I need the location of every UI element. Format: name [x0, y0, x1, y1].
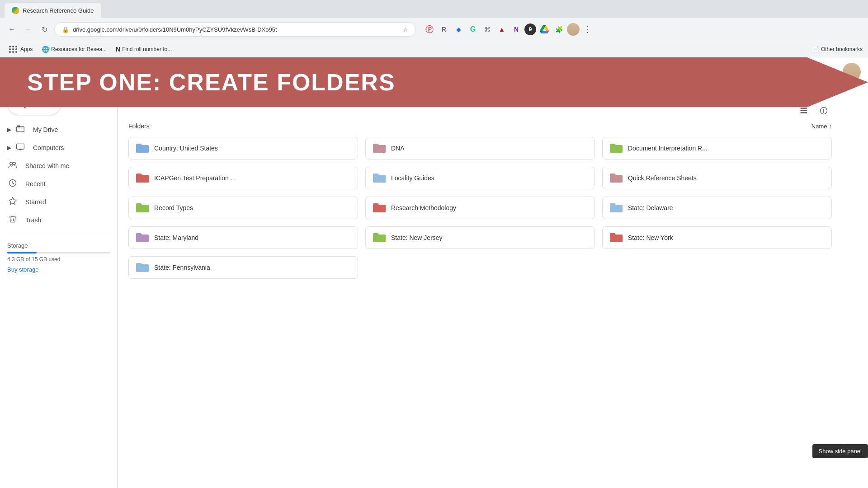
folder-name-dna: DNA — [391, 145, 405, 152]
ext-icon-3[interactable]: ◆ — [452, 23, 465, 36]
side-panel-tooltip: Show side panel — [812, 444, 868, 458]
ext-icon-6[interactable]: ▲ — [495, 23, 508, 36]
ext-icon-5[interactable]: ⌘ — [481, 23, 494, 36]
starred-icon — [7, 197, 18, 208]
svg-rect-9 — [17, 127, 24, 132]
sort-control[interactable]: Name ↑ — [811, 123, 832, 130]
sidebar-divider — [7, 233, 110, 233]
folder-card-document-interp[interactable]: Document Interpretation R... — [602, 137, 832, 160]
forward-button[interactable]: → — [22, 23, 34, 36]
extensions-area: Ⓟ R ◆ G ⌘ ▲ N 9 🧩 ⋮ — [423, 23, 594, 36]
ext-icon-8[interactable]: 9 — [524, 23, 536, 35]
folder-name-state-new-jersey: State: New Jersey — [391, 234, 443, 241]
folder-card-country-us[interactable]: Country: United States — [128, 137, 358, 160]
menu-icon[interactable]: ⋮ — [581, 23, 594, 36]
folder-card-research-methodology[interactable]: Research Methodology — [365, 197, 595, 219]
sidebar-item-computers-label: Computers — [33, 144, 64, 151]
pinterest-ext-icon[interactable]: Ⓟ — [423, 23, 436, 36]
apps-label: Apps — [20, 46, 33, 52]
svg-point-13 — [13, 162, 15, 164]
drive-ext-icon[interactable] — [538, 23, 551, 36]
storage-used-text: 4.3 GB of 15 GB used — [7, 256, 110, 263]
sidebar-item-shared-with-me[interactable]: Shared with me — [0, 157, 110, 175]
address-bar[interactable]: 🔒 drive.google.com/drive/u/0/folders/10N… — [54, 22, 416, 37]
folder-card-state-new-york[interactable]: State: New York — [602, 226, 832, 249]
trash-icon — [7, 215, 18, 226]
sidebar-item-trash-label: Trash — [25, 216, 41, 224]
other-bookmarks-label: Other bookmarks — [821, 46, 863, 52]
folder-card-state-new-jersey[interactable]: State: New Jersey — [365, 226, 595, 249]
folder-card-state-maryland[interactable]: State: Maryland — [128, 226, 358, 249]
folder-name-state-delaware: State: Delaware — [628, 204, 673, 211]
reload-button[interactable]: ↻ — [38, 23, 51, 36]
bookmark-2-label: Resources for Resea... — [51, 46, 107, 52]
browser-chrome: Research Reference Guide ← → ↻ 🔒 drive.g… — [0, 0, 868, 57]
ext-icon-2[interactable]: R — [438, 23, 450, 36]
folder-name-state-maryland: State: Maryland — [154, 234, 198, 241]
banner-text: STEP ONE: CREATE FOLDERS — [27, 69, 396, 96]
profile-icon[interactable] — [567, 23, 580, 36]
back-button[interactable]: ← — [5, 23, 18, 36]
svg-rect-10 — [17, 125, 20, 127]
sidebar-item-recent-label: Recent — [25, 180, 45, 188]
tab-bar: Research Reference Guide — [0, 0, 868, 18]
sidebar-item-starred[interactable]: Starred — [0, 193, 110, 211]
folder-card-state-pennsylvania[interactable]: State: Pennsylvania — [128, 256, 358, 279]
sidebar-item-trash[interactable]: Trash — [0, 211, 110, 229]
sort-asc-icon: ↑ — [829, 123, 832, 130]
right-panel — [843, 86, 868, 488]
section-title: Folders — [128, 122, 150, 130]
storage-bar-fill — [7, 252, 37, 253]
storage-section: Storage 4.3 GB of 15 GB used Buy storage — [0, 237, 117, 278]
folder-name-country-us: Country: United States — [154, 145, 218, 152]
grammarly-ext-icon[interactable]: G — [467, 23, 479, 36]
info-button[interactable] — [816, 103, 832, 119]
bookmark-globe[interactable]: 🌐 Resources for Resea... — [38, 45, 110, 54]
buy-storage-link[interactable]: Buy storage — [7, 266, 110, 273]
folders-grid: Country: United States DNA Document Inte… — [128, 137, 832, 279]
folders-section: Folders Name ↑ Country: United States DN… — [118, 122, 843, 279]
folder-card-locality-guides[interactable]: Locality Guides — [365, 167, 595, 189]
folder-card-state-delaware[interactable]: State: Delaware — [602, 197, 832, 219]
folder-card-record-types[interactable]: Record Types — [128, 197, 358, 219]
onenote-ext-icon[interactable]: N — [510, 23, 523, 36]
folder-card-dna[interactable]: DNA — [365, 137, 595, 160]
ext-icon-puzzle[interactable]: 🧩 — [552, 23, 565, 36]
active-tab[interactable]: Research Reference Guide — [5, 3, 101, 18]
storage-bar-background — [7, 252, 110, 253]
folder-card-quick-reference[interactable]: Quick Reference Sheets — [602, 167, 832, 189]
sidebar-item-shared-label: Shared with me — [25, 162, 69, 169]
sidebar: New ▶ My Drive ▶ Computers S — [0, 86, 118, 488]
sidebar-item-recent[interactable]: Recent — [0, 175, 110, 193]
step-banner: STEP ONE: CREATE FOLDERS — [0, 57, 868, 107]
svg-rect-16 — [801, 110, 807, 111]
sidebar-item-computers[interactable]: ▶ Computers — [0, 139, 110, 157]
folder-name-state-new-york: State: New York — [628, 234, 673, 241]
url-text: drive.google.com/drive/u/0/folders/10N9U… — [73, 26, 277, 33]
browser-nav: ← → ↻ 🔒 drive.google.com/drive/u/0/folde… — [0, 18, 868, 41]
drive-main: New ▶ My Drive ▶ Computers S — [0, 86, 868, 488]
bookmark-notion[interactable]: N Find roll number fo... — [112, 45, 175, 54]
computers-icon — [15, 142, 26, 154]
apps-bookmark[interactable]: Apps — [5, 45, 36, 54]
recent-icon — [7, 178, 18, 190]
folder-name-icapgen: ICAPGen Test Preparation ... — [154, 174, 236, 182]
svg-rect-17 — [801, 112, 807, 113]
shared-icon — [7, 160, 18, 172]
bookmark-3-label: Find roll number fo... — [122, 46, 172, 52]
folder-name-research-methodology: Research Methodology — [391, 204, 456, 211]
sidebar-item-my-drive-label: My Drive — [33, 126, 58, 133]
folder-name-document-interp: Document Interpretation R... — [628, 145, 708, 152]
sidebar-item-starred-label: Starred — [25, 198, 46, 206]
sort-label: Name — [811, 123, 827, 130]
sidebar-item-my-drive[interactable]: ▶ My Drive — [0, 121, 110, 139]
my-drive-icon — [15, 124, 26, 136]
folder-name-locality-guides: Locality Guides — [391, 174, 434, 182]
bookmarks-bar: Apps 🌐 Resources for Resea... N Find rol… — [0, 41, 868, 57]
drive-app: STEP ONE: CREATE FOLDERS Drive 🔍 ? ⚙ — [0, 57, 868, 488]
folder-name-state-pennsylvania: State: Pennsylvania — [154, 264, 210, 271]
folder-card-icapgen[interactable]: ICAPGen Test Preparation ... — [128, 167, 358, 189]
apps-grid-icon — [9, 46, 18, 53]
bookmark-star-icon[interactable]: ☆ — [403, 26, 408, 33]
tab-title: Research Reference Guide — [23, 7, 94, 14]
